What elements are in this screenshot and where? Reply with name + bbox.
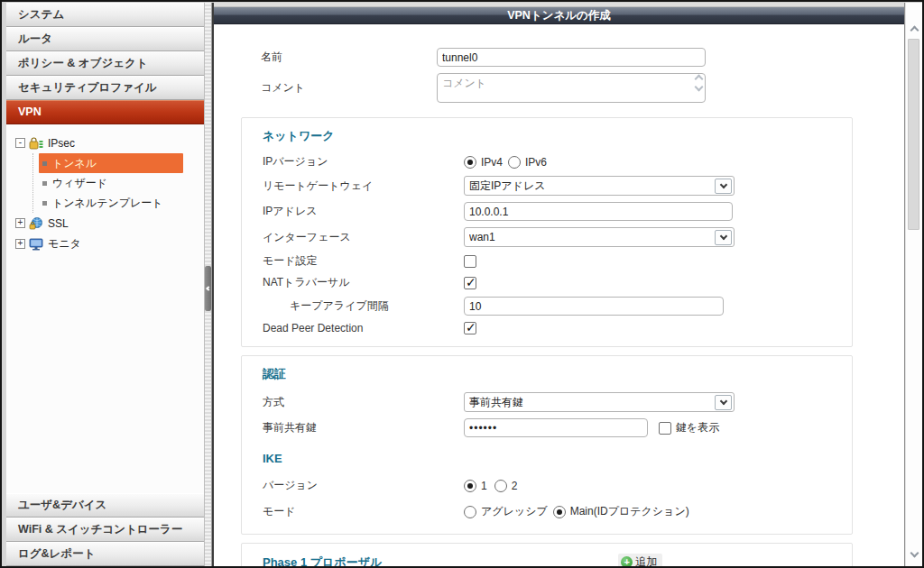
nat-traversal-checkbox[interactable] xyxy=(464,277,476,289)
vertical-scrollbar[interactable] xyxy=(905,3,922,566)
sidebar-item-router[interactable]: ルータ xyxy=(6,27,204,51)
psk-input[interactable] xyxy=(464,418,648,437)
mode-config-label: モード設定 xyxy=(263,253,464,269)
sidebar-spacer xyxy=(6,254,204,493)
bullet-icon xyxy=(42,161,47,166)
sidebar-collapse-handle[interactable] xyxy=(205,266,211,311)
phase1-header-row: Phase 1 プロポーザル + 追加 xyxy=(263,554,852,566)
ike-mode-label: モード xyxy=(263,504,464,519)
auth-section: 認証 方式 事前共有鍵 事前共有鍵 鍵を表示 IKE xyxy=(241,355,853,535)
chevron-down-icon xyxy=(715,230,732,245)
tree-label-ipsec: IPsec xyxy=(48,137,75,150)
sidebar-splitter[interactable] xyxy=(204,3,212,566)
app-window: システム ルータ ポリシー & オブジェクト セキュリティプロファイル VPN … xyxy=(2,2,922,566)
scrollbar-thumb[interactable] xyxy=(908,39,919,230)
sidebar-item-security-profiles[interactable]: セキュリティプロファイル xyxy=(6,76,204,100)
method-row: 方式 事前共有鍵 xyxy=(263,392,852,412)
ip-address-row: IPアドレス xyxy=(263,202,852,221)
sidebar: システム ルータ ポリシー & オブジェクト セキュリティプロファイル VPN … xyxy=(2,3,204,566)
keepalive-label: キープアライブ間隔 xyxy=(290,298,464,314)
mode-config-checkbox[interactable] xyxy=(464,255,476,268)
add-proposal-label: 追加 xyxy=(635,554,657,566)
sidebar-item-wifi-switch[interactable]: WiFi & スイッチコントローラー xyxy=(6,518,204,542)
network-section: ネットワーク IPバージョン IPv4 IPv6 リモートゲートウェイ 固定IP… xyxy=(241,117,853,347)
sidebar-item-log-report[interactable]: ログ&レポート xyxy=(6,542,204,566)
ike-v2-radio[interactable] xyxy=(494,480,507,492)
nat-traversal-label: NATトラバーサル xyxy=(263,275,464,290)
keepalive-row: キープアライブ間隔 xyxy=(263,297,852,316)
psk-label: 事前共有鍵 xyxy=(263,420,464,435)
method-value: 事前共有鍵 xyxy=(469,395,715,410)
chevron-down-icon xyxy=(910,549,919,558)
show-key-checkbox[interactable] xyxy=(659,422,671,435)
textarea-scroll-icons[interactable] xyxy=(696,76,702,90)
ipsec-children: トンネル ウィザード トンネルテンプレート xyxy=(32,153,204,213)
expand-icon[interactable]: + xyxy=(15,239,25,249)
interface-label: インターフェース xyxy=(263,230,464,245)
ipv6-radio[interactable] xyxy=(508,156,521,169)
remote-gateway-row: リモートゲートウェイ 固定IPアドレス xyxy=(263,176,852,196)
add-proposal-button[interactable]: + 追加 xyxy=(618,554,662,566)
tree-label-tunnel-template: トンネルテンプレート xyxy=(52,196,163,211)
keepalive-input[interactable] xyxy=(464,297,724,316)
method-label: 方式 xyxy=(263,395,464,410)
mode-config-row: モード設定 xyxy=(263,253,852,269)
sidebar-item-user-device[interactable]: ユーザ&デバイス xyxy=(6,493,204,518)
method-select[interactable]: 事前共有鍵 xyxy=(464,392,735,412)
ip-version-row: IPバージョン IPv4 IPv6 xyxy=(263,154,852,169)
tree-label-monitor: モニタ xyxy=(48,236,81,252)
comment-textarea[interactable] xyxy=(437,73,706,103)
tree-node-ipsec[interactable]: - IPsec xyxy=(15,133,204,153)
name-row: 名前 xyxy=(261,48,904,67)
sidebar-item-vpn[interactable]: VPN xyxy=(6,100,204,124)
psk-row: 事前共有鍵 鍵を表示 xyxy=(263,418,852,437)
phase1-section: Phase 1 プロポーザル + 追加 暗号化 AES128 認証 xyxy=(241,543,853,566)
ike-mode-row: モード アグレッシブ Main(IDプロテクション) xyxy=(263,504,852,519)
interface-row: インターフェース wan1 xyxy=(263,227,852,247)
bullet-icon xyxy=(42,181,47,186)
chevron-down-icon xyxy=(715,395,732,410)
tree-label-wizard: ウィザード xyxy=(52,176,107,191)
ike-v2-label: 2 xyxy=(512,480,518,492)
ike-v1-radio[interactable] xyxy=(464,480,476,492)
tree-node-ssl[interactable]: + SSL xyxy=(15,213,204,234)
ip-address-input[interactable] xyxy=(464,202,733,221)
tree-item-tunnel[interactable]: トンネル xyxy=(39,153,183,173)
chevron-down-icon xyxy=(715,179,732,194)
remote-gateway-select[interactable]: 固定IPアドレス xyxy=(464,176,735,196)
tree-item-tunnel-template[interactable]: トンネルテンプレート xyxy=(39,193,204,213)
chevron-up-icon xyxy=(910,26,919,35)
ip-version-label: IPバージョン xyxy=(263,154,464,169)
interface-select[interactable]: wan1 xyxy=(464,227,735,247)
aggressive-radio[interactable] xyxy=(464,506,476,518)
tree-label-tunnel: トンネル xyxy=(52,156,97,171)
name-input[interactable] xyxy=(437,48,706,67)
dpd-label: Dead Peer Detection xyxy=(263,322,464,334)
ike-version-label: バージョン xyxy=(263,478,464,493)
tree-node-monitor[interactable]: + モニタ xyxy=(15,234,204,254)
sidebar-item-system[interactable]: システム xyxy=(6,3,204,27)
main-mode-label: Main(IDプロテクション) xyxy=(570,504,689,519)
ip-address-label: IPアドレス xyxy=(263,204,464,219)
auth-heading: 認証 xyxy=(263,366,852,382)
chevron-left-icon xyxy=(206,286,211,291)
remote-gateway-label: リモートゲートウェイ xyxy=(263,179,464,194)
ssl-globe-lock-icon xyxy=(29,217,43,230)
scroll-up-button[interactable] xyxy=(906,21,922,37)
ipv4-radio[interactable] xyxy=(464,156,476,169)
comment-label: コメント xyxy=(261,80,437,96)
phase1-heading: Phase 1 プロポーザル xyxy=(263,554,382,567)
main-mode-radio[interactable] xyxy=(553,506,566,518)
expand-icon[interactable]: + xyxy=(15,218,25,228)
aggressive-label: アグレッシブ xyxy=(481,504,548,519)
dpd-row: Dead Peer Detection xyxy=(263,322,852,334)
sidebar-item-policy-objects[interactable]: ポリシー & オブジェクト xyxy=(6,51,204,76)
collapse-icon[interactable]: - xyxy=(15,138,25,148)
main-panel: VPNトンネルの作成 名前 コメント ネットワーク xyxy=(212,3,922,566)
scroll-down-button[interactable] xyxy=(906,546,922,563)
dpd-checkbox[interactable] xyxy=(464,322,476,334)
vpn-tree: - IPsec トンネル ウィザード xyxy=(6,124,204,254)
plus-circle-icon: + xyxy=(621,556,633,566)
tree-item-wizard[interactable]: ウィザード xyxy=(39,173,204,193)
ipsec-lock-icon xyxy=(29,137,43,150)
